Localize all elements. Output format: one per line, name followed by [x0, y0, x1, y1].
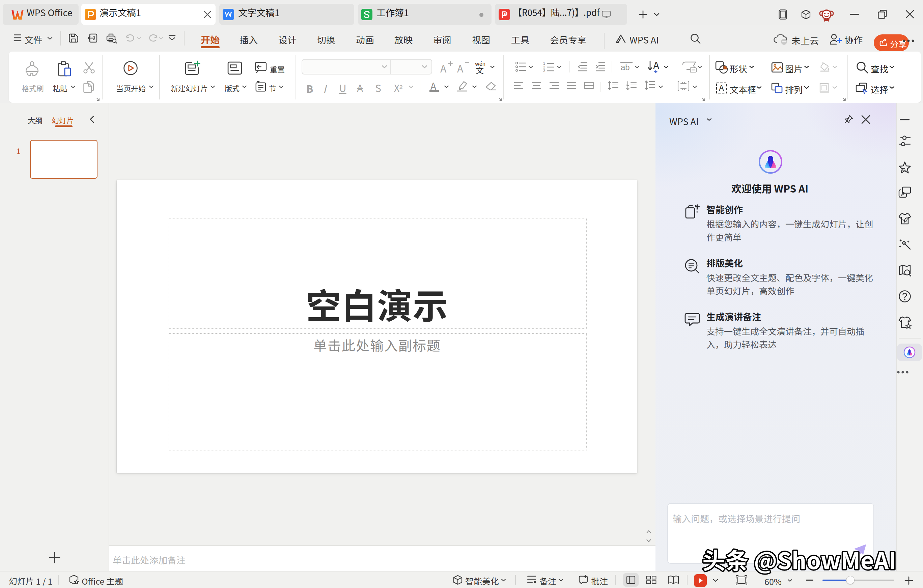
- svg-text:A: A: [719, 82, 724, 93]
- svg-text:ab: ab: [621, 63, 630, 72]
- svg-text:3: 3: [543, 69, 545, 72]
- svg-text:头条 @ShowMeAI: 头条 @ShowMeAI: [702, 543, 897, 576]
- svg-text:A: A: [653, 61, 660, 72]
